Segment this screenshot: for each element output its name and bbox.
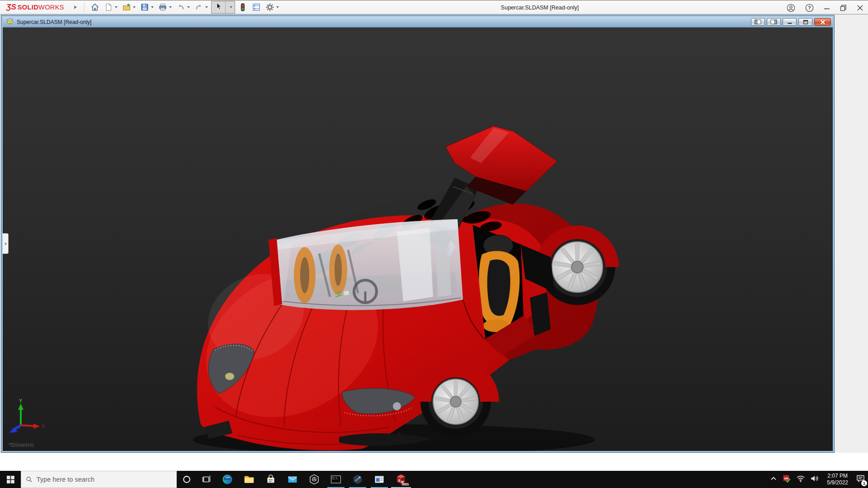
volume-icon bbox=[810, 474, 819, 483]
clock-date: 5/9/2022 bbox=[827, 479, 848, 486]
command-prompt-icon: C:\ bbox=[330, 474, 342, 485]
home-button[interactable] bbox=[89, 1, 101, 13]
rebuild-button[interactable] bbox=[237, 1, 249, 13]
save-button[interactable] bbox=[139, 1, 155, 13]
wifi-icon bbox=[796, 474, 805, 483]
system-tray: sw 2:07 PM 5/9/2022 1 bbox=[768, 471, 868, 488]
mail-icon bbox=[287, 474, 298, 485]
new-document-button[interactable] bbox=[103, 1, 119, 13]
edge-icon bbox=[222, 474, 233, 485]
settings-dropdown-icon[interactable] bbox=[276, 6, 279, 8]
undo-button[interactable] bbox=[175, 1, 191, 13]
restore-button[interactable] bbox=[840, 5, 847, 11]
home-icon bbox=[90, 3, 99, 12]
show-right-pane-button[interactable] bbox=[767, 18, 781, 26]
account-button[interactable] bbox=[787, 4, 795, 12]
save-dropdown-icon[interactable] bbox=[151, 6, 154, 8]
tray-chevron-icon bbox=[769, 474, 778, 483]
composer-icon bbox=[373, 474, 385, 485]
help-button[interactable]: ? bbox=[805, 4, 814, 12]
open-dropdown-icon[interactable] bbox=[133, 6, 136, 8]
select-tool-group bbox=[211, 1, 235, 14]
settings-gear-icon bbox=[265, 3, 274, 12]
solidworks-logo: ƷS SOLID WORKS bbox=[6, 3, 64, 12]
file-explorer-icon bbox=[243, 474, 255, 485]
select-tool-button[interactable] bbox=[212, 1, 225, 13]
doc-restore-button[interactable] bbox=[798, 18, 812, 26]
redo-icon bbox=[194, 3, 203, 12]
print-dropdown-icon[interactable] bbox=[169, 6, 172, 8]
assembly-document-icon bbox=[6, 18, 14, 27]
cortana-button[interactable] bbox=[177, 471, 197, 488]
help-icon: ? bbox=[805, 4, 814, 12]
search-input[interactable] bbox=[37, 476, 172, 483]
doc-minimize-button[interactable] bbox=[783, 18, 797, 26]
app-title-bar: ƷS SOLID WORKS bbox=[0, 0, 868, 14]
pane-left-icon bbox=[755, 19, 761, 24]
undo-icon bbox=[176, 3, 185, 12]
options-list-icon bbox=[252, 3, 261, 12]
3d-viewer-icon bbox=[308, 474, 320, 485]
taskbar-search[interactable] bbox=[21, 471, 177, 488]
taskbar-app-edrawings[interactable] bbox=[347, 471, 368, 488]
close-button[interactable] bbox=[857, 5, 863, 11]
start-button[interactable] bbox=[0, 471, 21, 488]
status-bar bbox=[0, 453, 868, 471]
rebuild-traffic-light-icon bbox=[238, 3, 247, 12]
task-view-button[interactable] bbox=[197, 471, 217, 488]
settings-button[interactable] bbox=[264, 1, 280, 13]
search-icon bbox=[26, 476, 33, 483]
document-title-bar[interactable]: Supercar.SLDASM [Read-only] bbox=[3, 17, 833, 27]
triad-x-label: X bbox=[42, 424, 45, 429]
sw-tray-button[interactable]: sw bbox=[783, 474, 791, 485]
doc-minimize-icon bbox=[787, 20, 793, 24]
windows-taskbar: C:\ SW 2021 sw 2:07 PM 5/9/2022 1 bbox=[0, 471, 868, 488]
options-list-button[interactable] bbox=[250, 1, 262, 13]
menu-flyout-arrow-icon[interactable] bbox=[74, 5, 77, 9]
supercar-3d-model[interactable] bbox=[3, 28, 833, 451]
taskbar-app-solidworks[interactable]: SW 2021 bbox=[390, 471, 412, 488]
taskbar-app-store[interactable] bbox=[260, 471, 282, 488]
document-window: Supercar.SLDASM [Read-only] bbox=[1, 15, 835, 453]
redo-dropdown-icon[interactable] bbox=[205, 6, 208, 8]
document-title: Supercar.SLDASM [Read-only] bbox=[17, 19, 91, 25]
doc-close-button[interactable] bbox=[814, 18, 831, 26]
show-left-pane-button[interactable] bbox=[751, 18, 765, 26]
taskbar-clock[interactable]: 2:07 PM 5/9/2022 bbox=[824, 473, 851, 486]
taskbar-app-composer[interactable] bbox=[368, 471, 390, 488]
select-tool-dropdown[interactable] bbox=[225, 1, 235, 13]
print-icon bbox=[158, 3, 167, 12]
action-center-button[interactable]: 1 bbox=[856, 474, 865, 485]
solidworks-logo-solid: SOLID bbox=[18, 4, 38, 11]
new-document-dropdown-icon[interactable] bbox=[115, 6, 118, 8]
redo-button[interactable] bbox=[193, 1, 209, 13]
print-button[interactable] bbox=[157, 1, 173, 13]
undo-dropdown-icon[interactable] bbox=[187, 6, 190, 8]
account-icon bbox=[787, 4, 795, 12]
taskbar-app-edge[interactable] bbox=[217, 471, 238, 488]
open-button[interactable] bbox=[121, 1, 137, 13]
doc-close-icon bbox=[820, 20, 826, 24]
edrawings-icon bbox=[352, 474, 363, 485]
taskbar-app-mail[interactable] bbox=[282, 471, 303, 488]
taskbar-app-file-explorer[interactable] bbox=[238, 471, 260, 488]
open-icon bbox=[122, 3, 131, 12]
cortana-icon bbox=[182, 474, 192, 484]
feature-tree-collapse-tab[interactable] bbox=[3, 233, 9, 254]
save-icon bbox=[140, 3, 149, 12]
close-icon bbox=[857, 5, 863, 11]
clock-time: 2:07 PM bbox=[827, 473, 848, 479]
taskbar-app-command-prompt[interactable]: C:\ bbox=[325, 471, 347, 488]
graphics-viewport[interactable]: Y X *Dimetric bbox=[3, 27, 833, 451]
svg-text:?: ? bbox=[808, 5, 811, 10]
pane-right-icon bbox=[770, 19, 777, 24]
start-icon bbox=[7, 476, 14, 483]
volume-button[interactable] bbox=[810, 474, 819, 484]
taskbar-app-3d-viewer[interactable] bbox=[303, 471, 325, 488]
notification-badge: 1 bbox=[861, 480, 867, 486]
tray-chevron-button[interactable] bbox=[769, 474, 778, 484]
wifi-button[interactable] bbox=[796, 474, 805, 484]
svg-text:S: S bbox=[398, 479, 401, 483]
minimize-button[interactable] bbox=[824, 5, 830, 11]
new-document-icon bbox=[104, 3, 113, 12]
